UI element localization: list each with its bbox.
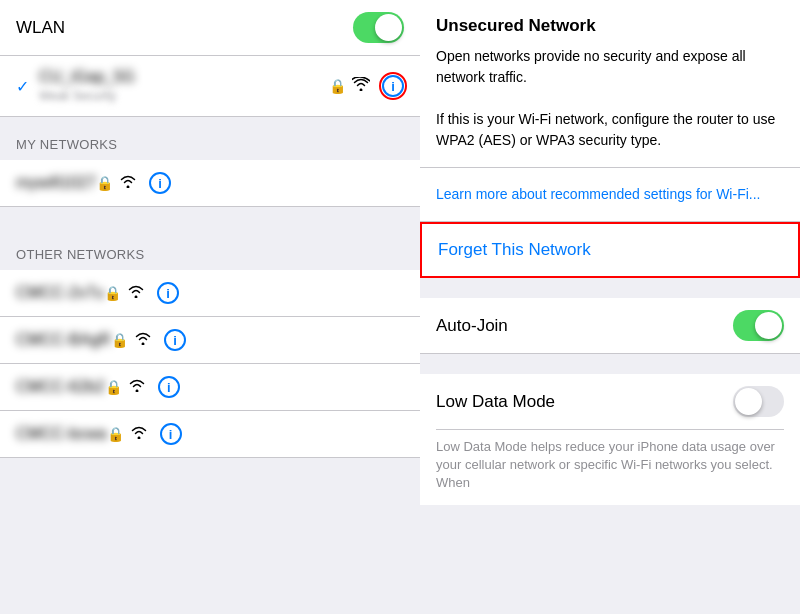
connected-info-button[interactable]: i bbox=[382, 75, 404, 97]
forget-network-button[interactable]: Forget This Network bbox=[438, 240, 591, 259]
other-network-row[interactable]: CMCC-bcwa 🔒 i bbox=[0, 411, 420, 458]
low-data-mode-toggle[interactable] bbox=[733, 386, 784, 417]
other-network-name-1: CMCC-2v7u bbox=[16, 284, 104, 302]
lock-icon: 🔒 bbox=[105, 379, 122, 395]
network-detail-panel: Unsecured Network Open networks provide … bbox=[420, 0, 800, 614]
checkmark-icon: ✓ bbox=[16, 77, 29, 96]
connected-network-row[interactable]: ✓ CU_iGap_5G Weak Security 🔒 i bbox=[0, 56, 420, 117]
desc-line2: If this is your Wi-Fi network, configure… bbox=[436, 111, 775, 148]
other-network-row[interactable]: CMCC-BAgR 🔒 i bbox=[0, 317, 420, 364]
auto-join-label: Auto-Join bbox=[436, 316, 733, 336]
other-network-info-3[interactable]: i bbox=[158, 376, 180, 398]
other-network-icons-1: 🔒 i bbox=[104, 282, 179, 304]
other-network-name-4: CMCC-bcwa bbox=[16, 425, 107, 443]
section-divider bbox=[0, 207, 420, 227]
other-network-icons-4: 🔒 i bbox=[107, 423, 182, 445]
other-networks-header: OTHER NETWORKS bbox=[0, 227, 420, 270]
wifi-network-list: WLAN ✓ CU_iGap_5G Weak Security 🔒 i MY N… bbox=[0, 0, 420, 614]
wifi-icon bbox=[134, 331, 152, 349]
other-network-row[interactable]: CMCC-62b2 🔒 i bbox=[0, 364, 420, 411]
connected-ssid: CU_iGap_5G bbox=[39, 68, 135, 86]
low-data-section: Low Data Mode Low Data Mode helps reduce… bbox=[420, 374, 800, 505]
wifi-strength-icon bbox=[352, 77, 370, 95]
wifi-icon bbox=[128, 378, 146, 396]
other-network-icons-2: 🔒 i bbox=[111, 329, 186, 351]
auto-join-toggle[interactable] bbox=[733, 310, 784, 341]
wlan-row: WLAN bbox=[0, 0, 420, 56]
other-network-info-1[interactable]: i bbox=[157, 282, 179, 304]
other-network-row[interactable]: CMCC-2v7u 🔒 i bbox=[0, 270, 420, 317]
wlan-label: WLAN bbox=[16, 18, 353, 38]
lock-icon: 🔒 bbox=[111, 332, 128, 348]
my-network-name: mywifi1027 bbox=[16, 174, 96, 192]
other-network-name-3: CMCC-62b2 bbox=[16, 378, 105, 396]
other-network-name-2: CMCC-BAgR bbox=[16, 331, 111, 349]
unsecured-network-title: Unsecured Network bbox=[436, 16, 784, 36]
connected-network-icons: 🔒 i bbox=[329, 75, 404, 97]
auto-join-row: Auto-Join bbox=[420, 298, 800, 354]
wifi-icon bbox=[119, 174, 137, 192]
low-data-description: Low Data Mode helps reduce your iPhone d… bbox=[436, 430, 784, 505]
settings-divider bbox=[420, 354, 800, 374]
forget-network-section: Forget This Network bbox=[420, 222, 800, 278]
desc-line1: Open networks provide no security and ex… bbox=[436, 48, 746, 85]
low-data-mode-label: Low Data Mode bbox=[436, 392, 733, 412]
learn-more-section: Learn more about recommended settings fo… bbox=[420, 168, 800, 222]
my-network-icons: 🔒 i bbox=[96, 172, 171, 194]
low-data-mode-row: Low Data Mode bbox=[436, 374, 784, 430]
lock-icon: 🔒 bbox=[107, 426, 124, 442]
connected-network-name: CU_iGap_5G Weak Security bbox=[39, 68, 329, 104]
other-network-info-2[interactable]: i bbox=[164, 329, 186, 351]
lock-icon: 🔒 bbox=[329, 78, 346, 94]
my-networks-header: MY NETWORKS bbox=[0, 117, 420, 160]
wifi-icon bbox=[127, 284, 145, 302]
other-network-info-4[interactable]: i bbox=[160, 423, 182, 445]
lock-icon: 🔒 bbox=[96, 175, 113, 191]
wifi-icon bbox=[130, 425, 148, 443]
connected-security: Weak Security bbox=[39, 89, 116, 103]
unsecured-network-section: Unsecured Network Open networks provide … bbox=[420, 0, 800, 168]
unsecured-network-description: Open networks provide no security and ex… bbox=[436, 46, 784, 151]
lock-icon: 🔒 bbox=[104, 285, 121, 301]
learn-more-link[interactable]: Learn more about recommended settings fo… bbox=[436, 186, 760, 202]
wlan-toggle[interactable] bbox=[353, 12, 404, 43]
other-network-icons-3: 🔒 i bbox=[105, 376, 180, 398]
my-network-info-button[interactable]: i bbox=[149, 172, 171, 194]
my-network-row[interactable]: mywifi1027 🔒 i bbox=[0, 160, 420, 207]
